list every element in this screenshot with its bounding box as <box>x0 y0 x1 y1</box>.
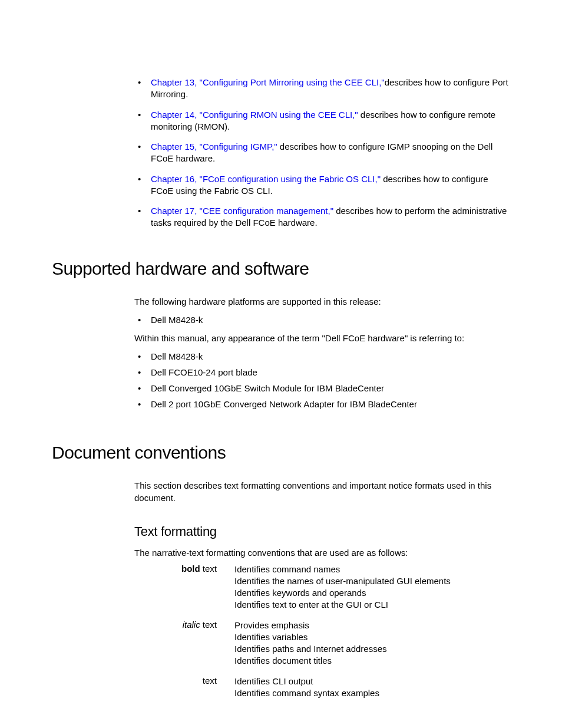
chapter-link[interactable]: Chapter 14, "Configuring RMON using the … <box>151 110 358 120</box>
chapter-item: Chapter 14, "Configuring RMON using the … <box>134 109 510 133</box>
conv-body: This section describes text formatting c… <box>134 479 510 504</box>
hw-intro: The following hardware platforms are sup… <box>134 295 510 308</box>
chapter-link[interactable]: Chapter 15, "Configuring IGMP," <box>151 141 277 151</box>
chapter-link[interactable]: Chapter 13, "Configuring Port Mirroring … <box>151 77 385 87</box>
format-row: bold textIdentifies command namesIdentif… <box>152 564 510 611</box>
hw-refers-list: Dell M8428-kDell FCOE10-24 port bladeDel… <box>134 350 510 410</box>
hw-term-intro: Within this manual, any appearance of th… <box>134 332 510 344</box>
chapter-item: Chapter 17, "CEE configuration managemen… <box>134 205 510 229</box>
chapter-list: Chapter 13, "Configuring Port Mirroring … <box>134 77 510 229</box>
heading-supported-hw: Supported hardware and software <box>52 259 510 279</box>
chapter-link[interactable]: Chapter 17, "CEE configuration managemen… <box>151 206 333 216</box>
format-row: textIdentifies CLI outputIdentifies comm… <box>152 676 510 700</box>
hw-platforms-list: Dell M8428-k <box>134 314 510 326</box>
chapter-item: Chapter 13, "Configuring Port Mirroring … <box>134 77 510 101</box>
list-item: Dell M8428-k <box>134 350 510 363</box>
list-item: Dell Converged 10GbE Switch Module for I… <box>134 382 510 394</box>
chapter-item: Chapter 16, "FCoE configuration using th… <box>134 173 510 197</box>
format-desc: Identifies command namesIdentifies the n… <box>234 564 510 611</box>
heading-doc-conventions: Document conventions <box>52 443 510 463</box>
format-label: bold text <box>152 564 234 611</box>
format-label: italic text <box>152 620 234 667</box>
chapter-item: Chapter 15, "Configuring IGMP," describe… <box>134 141 510 165</box>
format-row: italic textProvides emphasisIdentifies v… <box>152 620 510 667</box>
format-desc: Identifies CLI outputIdentifies command … <box>234 676 510 700</box>
list-item: Dell FCOE10-24 port blade <box>134 366 510 378</box>
heading-text-formatting: Text formatting <box>134 524 510 539</box>
chapter-link[interactable]: Chapter 16, "FCoE configuration using th… <box>151 174 381 184</box>
list-item: Dell M8428-k <box>134 314 510 326</box>
list-item: Dell 2 port 10GbE Converged Network Adap… <box>134 398 510 410</box>
format-label: text <box>152 676 234 700</box>
hw-body: The following hardware platforms are sup… <box>134 295 510 410</box>
conv-intro: This section describes text formatting c… <box>134 479 510 504</box>
conv-sub-intro: The narrative-text formatting convention… <box>134 548 510 558</box>
format-desc: Provides emphasisIdentifies variablesIde… <box>234 620 510 667</box>
formatting-table: bold textIdentifies command namesIdentif… <box>152 564 510 700</box>
